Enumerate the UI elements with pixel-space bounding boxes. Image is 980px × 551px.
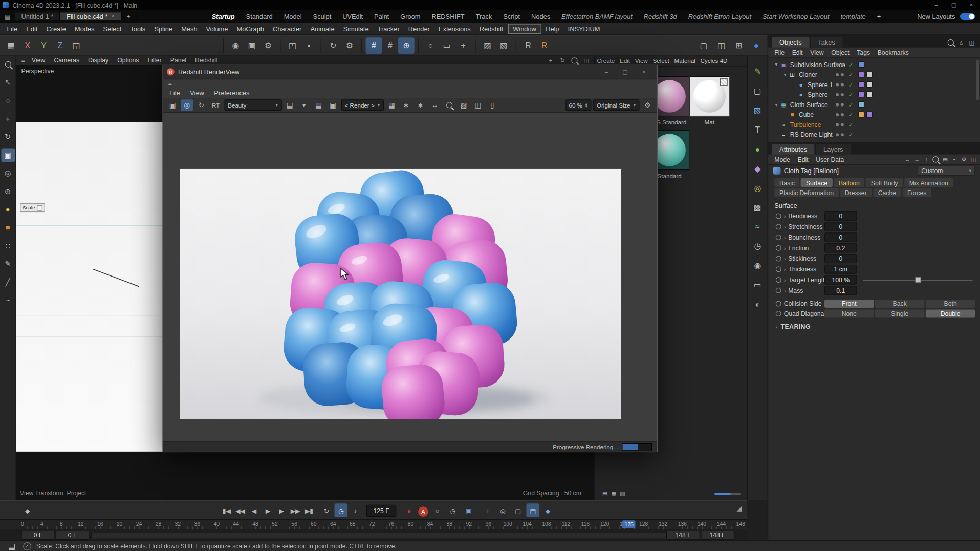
layout-standard[interactable]: Standard (241, 12, 278, 20)
attr-menu-edit[interactable]: Edit (794, 156, 812, 163)
layout-sculpt[interactable]: Sculpt (308, 12, 337, 20)
menu-simulate[interactable]: Simulate (339, 24, 373, 33)
editor-visibility-dot[interactable] (836, 63, 839, 66)
enabled-checkmark[interactable]: ✓ (848, 81, 853, 88)
aov-arrow-icon[interactable]: ▾ (298, 99, 310, 111)
filter-icon[interactable]: ▧ (496, 37, 512, 54)
play-button[interactable]: ▶ (262, 503, 275, 517)
preset-dropdown[interactable]: Custom ▾ (918, 166, 975, 176)
editor-visibility-dot[interactable] (836, 123, 839, 126)
tag-icon[interactable] (858, 101, 864, 108)
objects-menu-tags[interactable]: Tags (853, 49, 874, 56)
tab-cache[interactable]: Cache (873, 188, 901, 197)
renderview-settings-icon[interactable]: ⚙ (641, 99, 654, 111)
add-keyframe-button[interactable]: ◆ (21, 504, 34, 516)
objects-menu-edit[interactable]: Edit (788, 49, 807, 56)
enabled-checkmark[interactable]: ✓ (848, 91, 853, 98)
tab-dresser[interactable]: Dresser (840, 188, 872, 197)
menu-tools[interactable]: Tools (126, 24, 150, 33)
menu-animate[interactable]: Animate (306, 24, 339, 33)
tab-plastic-deformation[interactable]: Plastic Deformation (774, 188, 838, 197)
viewport-menu-cameras[interactable]: Cameras (50, 57, 84, 63)
tree-row[interactable]: ▾⊞Cloner✓ (768, 70, 980, 80)
settings-icon[interactable]: ⚙ (960, 156, 968, 163)
enabled-checkmark[interactable]: ✓ (848, 131, 853, 138)
menu-insydium[interactable]: INSYDIUM (563, 24, 604, 33)
fit-view-icon[interactable]: ↔ (428, 99, 441, 111)
close-button[interactable]: × (963, 0, 980, 10)
option-single[interactable]: Single (875, 309, 924, 317)
texture-tool[interactable]: ■ (1, 221, 15, 235)
simulation-tool[interactable]: ● (1, 203, 15, 217)
keyframe-dot-icon[interactable] (776, 235, 781, 240)
material-menu-create[interactable]: Create (595, 57, 618, 64)
viewport-menu-view[interactable]: View (28, 57, 50, 63)
scale-tool[interactable]: ▣ (1, 148, 15, 162)
tag-icon[interactable] (858, 81, 864, 88)
coordinate-system-icon[interactable]: ◱ (68, 37, 84, 54)
renderview-titlebar[interactable]: R Redshift RenderView –▢× (163, 65, 657, 79)
range-slider[interactable] (91, 532, 670, 539)
enabled-checkmark[interactable]: ✓ (848, 101, 853, 108)
menu-select[interactable]: Select (99, 24, 126, 33)
tag-icon[interactable] (866, 71, 873, 77)
attr-menu-mode[interactable]: Mode (771, 156, 794, 163)
range-start-field[interactable]: 0 F (56, 531, 90, 540)
viewport-search-icon[interactable] (1, 57, 15, 71)
tag-icon[interactable] (858, 91, 864, 97)
enabled-checkmark[interactable]: ✓ (848, 71, 853, 78)
objects-menu-bookmarks[interactable]: Bookmarks (874, 49, 912, 56)
history-back-icon[interactable]: ← (903, 156, 912, 163)
material-override-icon[interactable]: ▪ (300, 37, 317, 54)
parent-up-icon[interactable]: ↑ (922, 156, 931, 163)
range-end-field[interactable]: 148 F (666, 531, 700, 540)
record-clock-icon[interactable]: ◷ (446, 503, 460, 517)
layout-redshift-3d[interactable]: Redshift 3d (638, 12, 683, 20)
grid-icon[interactable]: # (382, 37, 398, 54)
menu-redshift[interactable]: Redshift (475, 24, 508, 33)
param-arrow-icon[interactable]: › (784, 266, 786, 272)
tab-forces[interactable]: Forces (902, 188, 931, 197)
render-visibility-dot[interactable] (841, 93, 844, 96)
param-value-field[interactable]: 0.1 (824, 286, 857, 295)
tree-row[interactable]: ▾▦Cloth Surface✓ (768, 99, 980, 110)
menu-file[interactable]: File (3, 24, 22, 33)
param-value-field[interactable]: 0.2 (824, 243, 857, 252)
tree-row[interactable]: ≈Turbulence✓ (768, 119, 980, 130)
layout-toggle[interactable] (960, 13, 975, 19)
grid-icon[interactable]: ▦ (312, 99, 324, 111)
menu-tracker[interactable]: Tracker (373, 24, 404, 33)
redshift-ipr-icon[interactable]: R (536, 37, 553, 54)
goto-start-button[interactable]: ▮◀ (220, 503, 233, 517)
z-axis-button[interactable]: Z (52, 37, 68, 54)
status-menu-icon[interactable]: ▤ (4, 538, 20, 551)
viewport-menu-options[interactable]: Options (113, 57, 143, 63)
axis-icon[interactable]: + (455, 37, 471, 54)
rv-menu-preferences[interactable]: Preferences (209, 89, 255, 96)
tag-icon[interactable] (866, 111, 873, 117)
tree-row[interactable]: ▾▣Subdivision Surface✓ (768, 59, 980, 70)
restart-render-icon[interactable]: ↻ (195, 99, 207, 111)
objects-menu-object[interactable]: Object (827, 49, 853, 56)
snap-tool[interactable]: ⊕ (1, 184, 15, 198)
keyframe-dot-icon[interactable] (776, 256, 781, 262)
history-forward-icon[interactable]: → (912, 156, 921, 163)
tag-icon[interactable] (866, 91, 873, 97)
redshift-rs-icon[interactable]: R (520, 37, 536, 54)
option-both[interactable]: Both (926, 299, 975, 307)
field-icon[interactable]: ◎ (751, 181, 765, 195)
renderview-burger-icon[interactable]: ≡ (168, 80, 172, 87)
tab-takes[interactable]: Takes (811, 37, 843, 48)
lasso-selection-tool[interactable]: ◌ (1, 94, 15, 108)
param-arrow-icon[interactable]: › (784, 224, 786, 230)
rotate-tool[interactable]: ↻ (1, 130, 15, 144)
param-value-field[interactable]: 0 (824, 232, 857, 242)
redshift-renderview-window[interactable]: R Redshift RenderView –▢× ≡ FileViewPref… (163, 65, 658, 452)
param-arrow-icon[interactable]: › (784, 256, 786, 262)
record-button[interactable]: ● (403, 503, 416, 517)
zoom-value-field[interactable]: 60 %▲▼ (565, 99, 591, 111)
menu-help[interactable]: Help (541, 24, 563, 33)
enabled-checkmark[interactable]: ✓ (848, 61, 853, 68)
editor-visibility-dot[interactable] (836, 93, 839, 96)
tab-balloon[interactable]: Balloon (834, 178, 864, 187)
